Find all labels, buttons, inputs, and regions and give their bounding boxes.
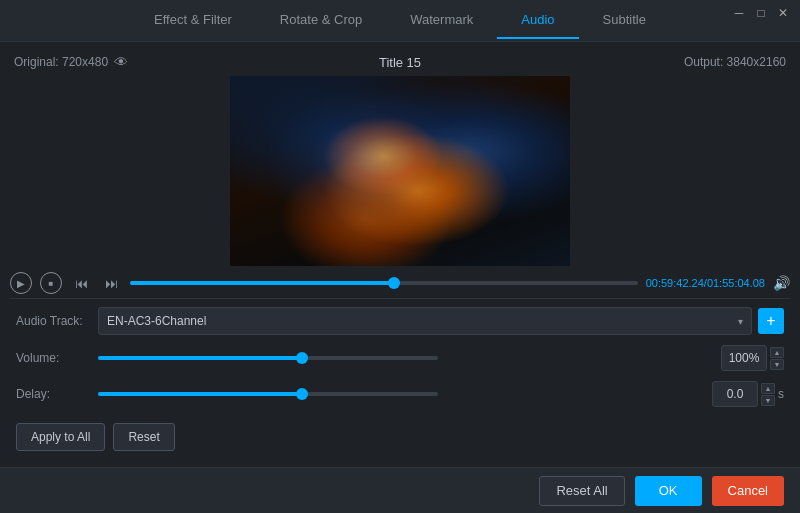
volume-up-button[interactable]: ▲ bbox=[770, 347, 784, 358]
tab-subtitle[interactable]: Subtitle bbox=[579, 2, 670, 39]
close-button[interactable]: ✕ bbox=[776, 6, 790, 20]
main-content: Original: 720x480 👁 Title 15 Output: 384… bbox=[0, 42, 800, 513]
tab-rotate-crop[interactable]: Rotate & Crop bbox=[256, 2, 386, 39]
next-button[interactable]: ⏭ bbox=[100, 272, 122, 294]
progress-slider[interactable] bbox=[130, 281, 638, 285]
delay-label: Delay: bbox=[16, 387, 88, 401]
audio-track-label: Audio Track: bbox=[16, 314, 88, 328]
ok-button[interactable]: OK bbox=[635, 476, 702, 506]
tab-watermark[interactable]: Watermark bbox=[386, 2, 497, 39]
delay-row: Delay: 0.0 ▲ ▼ s bbox=[16, 381, 784, 407]
delay-input-wrap: 0.0 ▲ ▼ s bbox=[712, 381, 784, 407]
reset-button[interactable]: Reset bbox=[113, 423, 174, 451]
delay-thumb[interactable] bbox=[296, 388, 308, 400]
volume-down-button[interactable]: ▼ bbox=[770, 359, 784, 370]
output-label: Output: 3840x2160 bbox=[684, 55, 786, 69]
reset-all-button[interactable]: Reset All bbox=[539, 476, 624, 506]
tab-bar: Effect & Filter Rotate & Crop Watermark … bbox=[0, 0, 800, 42]
tab-effect-filter[interactable]: Effect & Filter bbox=[130, 2, 256, 39]
volume-input-wrap: 100% ▲ ▼ bbox=[721, 345, 784, 371]
volume-thumb[interactable] bbox=[296, 352, 308, 364]
delay-up-button[interactable]: ▲ bbox=[761, 383, 775, 394]
volume-icon[interactable]: 🔊 bbox=[773, 275, 790, 291]
footer: Reset All OK Cancel bbox=[0, 467, 800, 513]
preview-area: Original: 720x480 👁 Title 15 Output: 384… bbox=[0, 42, 800, 266]
apply-to-all-button[interactable]: Apply to All bbox=[16, 423, 105, 451]
action-row: Apply to All Reset bbox=[0, 417, 800, 457]
playback-bar: ▶ ■ ⏮ ⏭ 00:59:42.24/01:55:04.08 🔊 bbox=[0, 266, 800, 298]
title-bar: ─ □ ✕ bbox=[722, 0, 800, 26]
volume-row: Volume: 100% ▲ ▼ bbox=[16, 345, 784, 371]
eye-icon[interactable]: 👁 bbox=[114, 54, 128, 70]
delay-down-button[interactable]: ▼ bbox=[761, 395, 775, 406]
video-frame bbox=[230, 76, 570, 266]
cancel-button[interactable]: Cancel bbox=[712, 476, 784, 506]
progress-fill bbox=[130, 281, 394, 285]
volume-label: Volume: bbox=[16, 351, 88, 365]
delay-spinner: ▲ ▼ bbox=[761, 383, 775, 406]
audio-track-row: Audio Track: EN-AC3-6Channel ▾ + bbox=[16, 307, 784, 335]
stop-button[interactable]: ■ bbox=[40, 272, 62, 294]
tab-audio[interactable]: Audio bbox=[497, 2, 578, 39]
audio-track-dropdown-wrap: EN-AC3-6Channel ▾ + bbox=[98, 307, 784, 335]
delay-unit: s bbox=[778, 387, 784, 401]
play-button[interactable]: ▶ bbox=[10, 272, 32, 294]
delay-value[interactable]: 0.0 bbox=[712, 381, 758, 407]
delay-slider[interactable] bbox=[98, 392, 438, 396]
preview-info-bar: Original: 720x480 👁 Title 15 Output: 384… bbox=[10, 50, 790, 76]
prev-button[interactable]: ⏮ bbox=[70, 272, 92, 294]
controls-section: Audio Track: EN-AC3-6Channel ▾ + Volume:… bbox=[0, 299, 800, 417]
progress-thumb[interactable] bbox=[388, 277, 400, 289]
audio-track-dropdown[interactable]: EN-AC3-6Channel ▾ bbox=[98, 307, 752, 335]
add-track-button[interactable]: + bbox=[758, 308, 784, 334]
volume-spinner: ▲ ▼ bbox=[770, 347, 784, 370]
time-display: 00:59:42.24/01:55:04.08 bbox=[646, 277, 765, 289]
delay-fill bbox=[98, 392, 302, 396]
video-preview bbox=[230, 76, 570, 266]
dropdown-arrow-icon: ▾ bbox=[738, 316, 743, 327]
volume-fill bbox=[98, 356, 302, 360]
original-label: Original: 720x480 👁 bbox=[14, 54, 128, 70]
title-label: Title 15 bbox=[379, 55, 421, 70]
volume-slider[interactable] bbox=[98, 356, 438, 360]
minimize-button[interactable]: ─ bbox=[732, 6, 746, 20]
volume-value[interactable]: 100% bbox=[721, 345, 767, 371]
maximize-button[interactable]: □ bbox=[754, 6, 768, 20]
